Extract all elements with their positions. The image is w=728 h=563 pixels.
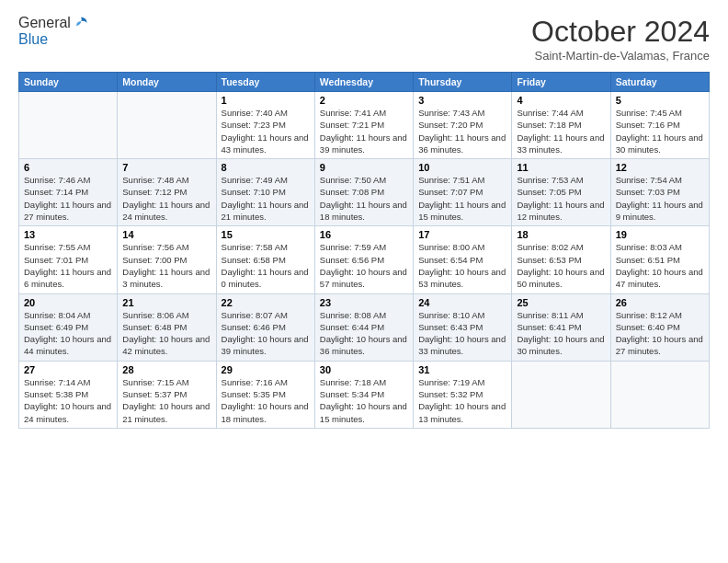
sunrise-text: Sunrise: 7:56 AM xyxy=(122,241,210,253)
sunset-text: Sunset: 6:41 PM xyxy=(517,321,605,333)
cell-w4-d6: 26 Sunrise: 8:12 AM Sunset: 6:40 PM Dayl… xyxy=(610,293,709,361)
day-info: Sunrise: 8:07 AM Sunset: 6:46 PM Dayligh… xyxy=(222,309,310,358)
sunrise-text: Sunrise: 7:44 AM xyxy=(517,107,605,119)
sunset-text: Sunset: 7:21 PM xyxy=(320,119,408,131)
day-number: 14 xyxy=(122,229,210,240)
sunrise-text: Sunrise: 7:58 AM xyxy=(222,241,310,253)
cell-w5-d3: 30 Sunrise: 7:18 AM Sunset: 5:34 PM Dayl… xyxy=(314,361,413,428)
day-info: Sunrise: 8:12 AM Sunset: 6:40 PM Dayligh… xyxy=(616,309,704,358)
daylight-text: Daylight: 11 hours and 36 minutes. xyxy=(418,132,506,156)
sunrise-text: Sunrise: 8:11 AM xyxy=(517,309,605,321)
sunset-text: Sunset: 7:00 PM xyxy=(122,254,210,266)
day-number: 21 xyxy=(122,297,210,308)
sunset-text: Sunset: 6:56 PM xyxy=(320,254,408,266)
cell-w5-d5 xyxy=(512,361,610,428)
sunrise-text: Sunrise: 8:10 AM xyxy=(418,309,506,321)
calendar-page: General Blue October 2024 Saint-Martin-d… xyxy=(0,0,728,563)
day-info: Sunrise: 8:00 AM Sunset: 6:54 PM Dayligh… xyxy=(418,241,506,290)
cell-w2-d3: 9 Sunrise: 7:50 AM Sunset: 7:08 PM Dayli… xyxy=(314,159,413,226)
sunset-text: Sunset: 7:08 PM xyxy=(320,186,408,198)
daylight-text: Daylight: 10 hours and 13 minutes. xyxy=(418,400,506,425)
cell-w2-d2: 8 Sunrise: 7:49 AM Sunset: 7:10 PM Dayli… xyxy=(216,159,314,226)
cell-w3-d4: 17 Sunrise: 8:00 AM Sunset: 6:54 PM Dayl… xyxy=(414,226,512,293)
day-number: 28 xyxy=(122,364,210,375)
sunset-text: Sunset: 6:58 PM xyxy=(222,254,310,266)
daylight-text: Daylight: 10 hours and 15 minutes. xyxy=(320,400,408,425)
daylight-text: Daylight: 11 hours and 9 minutes. xyxy=(616,199,704,224)
sunrise-text: Sunrise: 7:55 AM xyxy=(24,241,112,253)
day-number: 13 xyxy=(24,229,112,240)
cell-w3-d5: 18 Sunrise: 8:02 AM Sunset: 6:53 PM Dayl… xyxy=(512,226,610,293)
day-info: Sunrise: 7:59 AM Sunset: 6:56 PM Dayligh… xyxy=(320,241,408,290)
col-monday: Monday xyxy=(118,73,216,92)
day-info: Sunrise: 7:49 AM Sunset: 7:10 PM Dayligh… xyxy=(222,174,310,223)
day-info: Sunrise: 8:04 AM Sunset: 6:49 PM Dayligh… xyxy=(24,309,112,358)
sunset-text: Sunset: 6:51 PM xyxy=(616,254,704,266)
day-info: Sunrise: 7:19 AM Sunset: 5:32 PM Dayligh… xyxy=(418,376,506,425)
sunrise-text: Sunrise: 7:43 AM xyxy=(418,107,506,119)
header: General Blue October 2024 Saint-Martin-d… xyxy=(18,15,710,63)
cell-w5-d4: 31 Sunrise: 7:19 AM Sunset: 5:32 PM Dayl… xyxy=(414,361,512,428)
sunset-text: Sunset: 6:53 PM xyxy=(517,254,605,266)
sunrise-text: Sunrise: 7:54 AM xyxy=(616,174,704,186)
cell-w1-d0 xyxy=(19,92,118,159)
sunset-text: Sunset: 6:48 PM xyxy=(122,321,210,333)
day-info: Sunrise: 7:53 AM Sunset: 7:05 PM Dayligh… xyxy=(517,174,605,223)
daylight-text: Daylight: 11 hours and 18 minutes. xyxy=(320,199,408,224)
day-number: 15 xyxy=(222,229,310,240)
cell-w2-d5: 11 Sunrise: 7:53 AM Sunset: 7:05 PM Dayl… xyxy=(512,159,610,226)
logo-general-text: General xyxy=(18,15,71,31)
day-info: Sunrise: 7:16 AM Sunset: 5:35 PM Dayligh… xyxy=(222,376,310,425)
daylight-text: Daylight: 10 hours and 18 minutes. xyxy=(222,400,310,425)
day-info: Sunrise: 8:06 AM Sunset: 6:48 PM Dayligh… xyxy=(122,309,210,358)
sunset-text: Sunset: 7:12 PM xyxy=(122,186,210,198)
day-number: 4 xyxy=(517,95,605,106)
day-number: 19 xyxy=(616,229,704,240)
sunrise-text: Sunrise: 7:48 AM xyxy=(122,174,210,186)
cell-w2-d4: 10 Sunrise: 7:51 AM Sunset: 7:07 PM Dayl… xyxy=(414,159,512,226)
daylight-text: Daylight: 10 hours and 53 minutes. xyxy=(418,266,506,291)
day-number: 18 xyxy=(517,229,605,240)
sunrise-text: Sunrise: 8:07 AM xyxy=(222,309,310,321)
col-tuesday: Tuesday xyxy=(216,73,314,92)
cell-w1-d6: 5 Sunrise: 7:45 AM Sunset: 7:16 PM Dayli… xyxy=(610,92,709,159)
sunset-text: Sunset: 6:40 PM xyxy=(616,321,704,333)
month-title: October 2024 xyxy=(531,15,710,49)
sunrise-text: Sunrise: 7:16 AM xyxy=(222,376,310,388)
cell-w4-d5: 25 Sunrise: 8:11 AM Sunset: 6:41 PM Dayl… xyxy=(512,293,610,361)
cell-w5-d1: 28 Sunrise: 7:15 AM Sunset: 5:37 PM Dayl… xyxy=(118,361,216,428)
daylight-text: Daylight: 11 hours and 33 minutes. xyxy=(517,132,605,156)
day-info: Sunrise: 8:02 AM Sunset: 6:53 PM Dayligh… xyxy=(517,241,605,290)
daylight-text: Daylight: 10 hours and 33 minutes. xyxy=(418,333,506,358)
daylight-text: Daylight: 10 hours and 30 minutes. xyxy=(517,333,605,358)
day-number: 1 xyxy=(222,95,310,106)
cell-w5-d0: 27 Sunrise: 7:14 AM Sunset: 5:38 PM Dayl… xyxy=(19,361,118,428)
daylight-text: Daylight: 11 hours and 3 minutes. xyxy=(122,266,210,291)
day-number: 30 xyxy=(320,364,408,375)
cell-w1-d5: 4 Sunrise: 7:44 AM Sunset: 7:18 PM Dayli… xyxy=(512,92,610,159)
day-number: 10 xyxy=(418,162,506,173)
col-saturday: Saturday xyxy=(610,73,709,92)
sunset-text: Sunset: 7:23 PM xyxy=(222,119,310,131)
day-info: Sunrise: 7:56 AM Sunset: 7:00 PM Dayligh… xyxy=(122,241,210,290)
week-row-4: 20 Sunrise: 8:04 AM Sunset: 6:49 PM Dayl… xyxy=(19,293,710,361)
sunrise-text: Sunrise: 7:18 AM xyxy=(320,376,408,388)
sunset-text: Sunset: 5:37 PM xyxy=(122,388,210,400)
logo-blue-text: Blue xyxy=(18,31,48,47)
logo-bird-icon xyxy=(73,15,89,31)
sunset-text: Sunset: 6:54 PM xyxy=(418,254,506,266)
day-info: Sunrise: 7:58 AM Sunset: 6:58 PM Dayligh… xyxy=(222,241,310,290)
cell-w4-d0: 20 Sunrise: 8:04 AM Sunset: 6:49 PM Dayl… xyxy=(19,293,118,361)
sunset-text: Sunset: 7:07 PM xyxy=(418,186,506,198)
day-number: 12 xyxy=(616,162,704,173)
cell-w1-d1 xyxy=(118,92,216,159)
day-number: 31 xyxy=(418,364,506,375)
cell-w3-d6: 19 Sunrise: 8:03 AM Sunset: 6:51 PM Dayl… xyxy=(610,226,709,293)
calendar-table: Sunday Monday Tuesday Wednesday Thursday… xyxy=(18,72,710,429)
cell-w5-d2: 29 Sunrise: 7:16 AM Sunset: 5:35 PM Dayl… xyxy=(216,361,314,428)
sunset-text: Sunset: 7:14 PM xyxy=(24,186,112,198)
day-number: 2 xyxy=(320,95,408,106)
logo: General Blue xyxy=(18,15,89,48)
sunrise-text: Sunrise: 7:51 AM xyxy=(418,174,506,186)
calendar-header-row: Sunday Monday Tuesday Wednesday Thursday… xyxy=(19,73,710,92)
